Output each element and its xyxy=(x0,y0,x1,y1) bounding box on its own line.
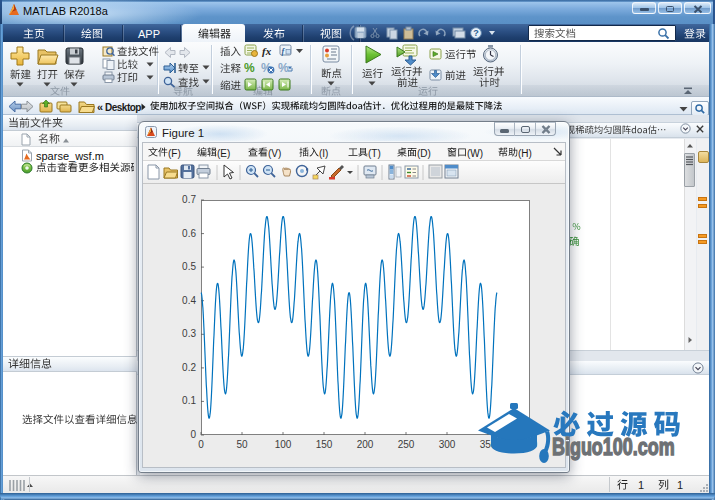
svg-text:%: % xyxy=(244,61,255,75)
svg-text:fx: fx xyxy=(262,45,272,57)
svg-text:%: % xyxy=(278,61,289,75)
svg-text:?: ? xyxy=(473,28,479,38)
